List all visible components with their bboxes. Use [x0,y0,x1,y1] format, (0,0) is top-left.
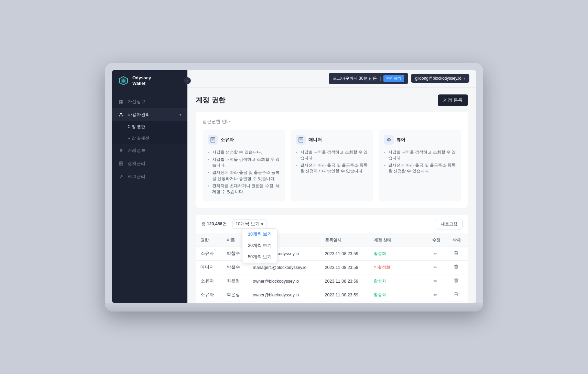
owner-item-2: 지갑별 내역을 검색하고 조회할 수 있습니다. [208,156,280,169]
page-size-10[interactable]: 10개씩 보기 [242,229,277,240]
sidebar-nav: ▦ 자산정보 사용자관리 ▾ [112,92,187,303]
register-account-button[interactable]: 계정 등록 [438,94,468,106]
date-cell: 2023.11.08 23:59 [320,288,369,302]
manager-item-2: 결재선에 따라 출금 및 출금주소 등록을 신청하거나 승인할 수 있습니다. [296,162,368,175]
svg-rect-26 [455,293,457,296]
delete-button[interactable] [453,264,460,272]
sub-nav-wallet-settlement[interactable]: 지갑 결재선 [112,133,187,144]
manager-list: 지갑별 내역을 검색하고 조회할 수 있습니다. 결재선에 따라 출금 및 출금… [296,149,368,175]
status-cell: 비활성화 [369,261,427,274]
owner-item-3: 결재선에 따라 출금 및 출금주소 등록을 신청하거나 승인할 수 있습니다. [208,169,280,182]
col-edit: 수정 [427,234,448,247]
session-label: 로그아웃까지 30분 남음 [333,76,377,81]
assets-icon: ▦ [118,99,124,105]
transactions-icon: ≡ [118,147,124,154]
svg-rect-23 [455,279,457,282]
name-cell: 최은정 [222,274,248,288]
owner-list: 지갑을 생성할 수 있습니다. 지갑별 내역을 검색하고 조회할 수 있습니다.… [208,149,280,196]
sidebar-item-assets[interactable]: ▦ 자산정보 [112,95,187,108]
total-suffix: 건 [222,222,227,226]
delete-cell [448,247,468,261]
info-card-manager-header: 매니저 [296,135,368,145]
email-cell: owner@blockodyssey.io [248,288,320,302]
svg-point-16 [389,139,390,140]
viewer-item-1: 지갑별 내역을 검색하고 조회할 수 있습니다. [384,149,456,162]
edit-cell: ✏ [427,302,448,303]
info-section-title: 접근권한 안내 [203,118,461,125]
logo-icon [118,75,129,86]
date-cell: 2023.11.08 23:59 [320,261,369,274]
edit-cell: ✏ [427,247,448,261]
viewer-title: 뷰어 [396,137,405,143]
total-label: 총 123,456건 [201,222,227,226]
status-badge: 비활성화 [374,265,390,270]
manager-title: 매니저 [308,137,322,143]
sidebar-item-settlements[interactable]: 결재관리 [112,157,187,170]
col-date: 등록일시 [320,234,369,247]
manager-item-1: 지갑별 내역을 검색하고 조회할 수 있습니다. [296,149,368,162]
owner-icon [208,135,218,145]
settlements-label: 결재관리 [128,161,181,167]
page-size-30[interactable]: 30개씩 보기 [242,240,277,251]
manager-icon [296,135,306,145]
info-cards: 소유자 지갑을 생성할 수 있습니다. 지갑별 내역을 검색하고 조회할 수 있… [203,129,461,201]
owner-title: 소유자 [220,137,234,143]
table-count-area: 총 123,456건 10개씩 보기 ▾ 10개씩 보기 30개씩 보기 50개… [201,219,266,229]
laptop-base [105,303,483,311]
owner-item-4: 관리자를 초대하거나 권한을 수정, 삭제할 수 있습니다. [208,182,280,196]
edit-button[interactable]: ✏ [432,263,439,271]
sidebar-item-logs[interactable]: ↗ 로그관리 [112,170,187,183]
edit-cell: ✏ [427,261,448,274]
status-badge: 활성화 [374,251,386,256]
table-section: 총 123,456건 10개씩 보기 ▾ 10개씩 보기 30개씩 보기 50개… [196,215,468,303]
page-size-50[interactable]: 50개씩 보기 [242,251,277,263]
col-status: 계정 상태 [369,234,427,247]
sub-nav-account-auth[interactable]: 계정 권한 [112,121,187,133]
table-row: 소유자 최은정 owner@blockodyssey.io 2023.11.08… [196,302,468,303]
delete-button[interactable] [453,277,460,285]
info-card-viewer: 뷰어 지갑별 내역을 검색하고 조회할 수 있습니다. 결재선에 따라 출금 및… [379,129,461,201]
status-cell: 활성화 [369,247,427,261]
sidebar-item-users[interactable]: 사용자관리 ▾ [112,108,187,121]
col-role: 권한 [196,234,222,247]
role-cell: 매니저 [196,261,222,274]
status-cell: 활성화 [369,288,427,302]
topbar: 로그아웃까지 30분 남음 | 연장하기 gildong@blockodysse… [187,70,476,88]
edit-button[interactable]: ✏ [432,291,439,299]
delete-button[interactable] [453,250,460,258]
svg-rect-20 [455,265,457,269]
status-badge: 활성화 [374,292,386,297]
users-label: 사용자관리 [128,112,179,118]
table-row: 매니저 박철수 manager1@blockodyssey.io 2023.11… [196,261,468,274]
session-separator: | [380,76,381,81]
users-icon [118,112,124,118]
settlements-icon [118,160,124,167]
total-count: 123,456 [207,222,222,226]
page-size-selector[interactable]: 10개씩 보기 ▾ [232,219,266,229]
user-dropdown[interactable]: gildong@blockodyssey.io ▾ [411,74,469,83]
role-cell: 소유자 [196,274,222,288]
edit-cell: ✏ [427,288,448,302]
app-name: Odyssey Wallet [132,75,151,87]
edit-button[interactable]: ✏ [432,250,439,258]
sidebar: Odyssey Wallet › ▦ 자산정보 [112,70,187,303]
users-chevron: ▾ [179,113,181,117]
sidebar-toggle[interactable]: › [184,77,191,84]
role-cell: 소유자 [196,288,222,302]
viewer-icon [384,135,394,145]
name-cell: 최은정 [222,302,248,303]
delete-button[interactable] [453,291,460,299]
status-badge: 활성화 [374,279,386,283]
table-row: 소유자 박철수 owner@blockodyssey.io 2023.11.08… [196,247,468,261]
sidebar-item-transactions[interactable]: ≡ 거래정보 [112,144,187,157]
page-size-label: 10개씩 보기 [236,221,259,227]
edit-button[interactable]: ✏ [432,277,439,285]
role-cell: 소유자 [196,247,222,261]
page-size-dropdown: 10개씩 보기 30개씩 보기 50개씩 보기 [242,228,277,263]
page-body: 계정 권한 계정 등록 접근권한 안내 [187,88,476,303]
delete-cell [448,261,468,274]
sidebar-logo: Odyssey Wallet › [112,70,187,93]
extend-button[interactable]: 연장하기 [383,75,404,82]
refresh-button[interactable]: 새로고침 [436,219,462,229]
logs-label: 로그관리 [128,174,181,180]
